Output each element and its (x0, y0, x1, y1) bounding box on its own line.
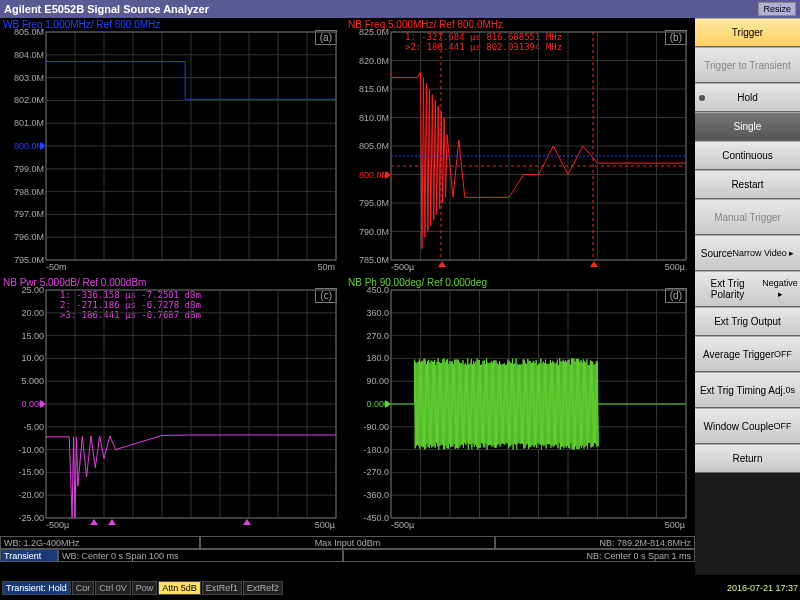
plot-d-ytick-6: -90.00 (347, 422, 389, 432)
plot-c-ytick-7: -10.00 (2, 445, 44, 455)
plot-b-marker-tri-2 (590, 261, 598, 267)
plot-b-ytick-1: 820.0M (347, 56, 389, 66)
app-title: Agilent E5052B Signal Source Analyzer (4, 3, 209, 15)
sidebar-single[interactable]: Single (695, 112, 800, 141)
sidebar-average-trigger[interactable]: Average TriggerOFF (695, 336, 800, 372)
plot-d: NB Ph 90.00deg/ Ref 0.000deg (d) 450.036… (345, 276, 695, 534)
plot-c-marker-tri-2 (108, 519, 116, 525)
plot-c-canvas (0, 276, 345, 534)
status-row-2: Transient WB: Center 0 s Span 100 ms NB:… (0, 549, 695, 562)
plot-a-ytick-4: 801.0M (2, 118, 44, 128)
plot-b-ytick-6: 795.0M (347, 198, 389, 208)
bottom-bar: Transient: HoldCorCtrl 0VPowAttn 5dBExtR… (0, 575, 800, 600)
plot-a-ytick-7: 798.0M (2, 187, 44, 197)
plot-a-ytick-8: 797.0M (2, 209, 44, 219)
plot-a-xright: 50m (317, 262, 335, 272)
bottom-token-6: ExtRef2 (243, 581, 283, 595)
plot-b-ytick-8: 785.0M (347, 255, 389, 265)
resize-button[interactable]: Resize (758, 2, 796, 16)
sidebar-window-couple[interactable]: Window CoupleOFF (695, 408, 800, 444)
plot-c-marker-tri-1 (90, 519, 98, 525)
plot-a-ytick-9: 796.0M (2, 232, 44, 242)
plot-b-xright: 500µ (665, 262, 685, 272)
plot-c-xleft: -500µ (46, 520, 69, 530)
plot-c: NB Pwr 5.000dB/ Ref 0.000dBm (c) 1: -336… (0, 276, 345, 534)
plot-a: WB Freq 1.000MHz/ Ref 800.0MHz (a) 805.0… (0, 18, 345, 276)
plot-d-xright: 500µ (665, 520, 685, 530)
bottom-token-4: Attn 5dB (158, 581, 201, 595)
sidebar-trigger-to-transient: Trigger to Transient (695, 47, 800, 83)
bottom-token-1: Cor (72, 581, 95, 595)
title-bar: Agilent E5052B Signal Source Analyzer Re… (0, 0, 800, 18)
plot-d-ytick-5: 0.000 (347, 399, 389, 409)
plot-a-grid (46, 32, 336, 260)
plot-c-xright: 500µ (315, 520, 335, 530)
bottom-token-3: Pow (132, 581, 158, 595)
plot-d-ytick-9: -360.0 (347, 490, 389, 500)
plot-a-ytick-1: 804.0M (2, 50, 44, 60)
sidebar-continuous[interactable]: Continuous (695, 141, 800, 170)
sidebar-manual-trigger: Manual Trigger (695, 199, 800, 235)
bottom-token-5: ExtRef1 (202, 581, 242, 595)
plot-d-ytick-1: 360.0 (347, 308, 389, 318)
plot-c-ytick-1: 20.00 (2, 308, 44, 318)
plot-b-xleft: -500µ (391, 262, 414, 272)
status-row-1: WB: 1.2G-400MHz Max Input 0dBm NB: 789.2… (0, 536, 695, 549)
plot-c-ytick-2: 15.00 (2, 331, 44, 341)
plot-a-ytick-3: 802.0M (2, 95, 44, 105)
plot-d-ytick-3: 180.0 (347, 353, 389, 363)
status-nb-center: NB: Center 0 s Span 1 ms (343, 549, 695, 562)
plot-b-ytick-0: 825.0M (347, 27, 389, 37)
plot-b-ytick-7: 790.0M (347, 227, 389, 237)
status-nb-range: NB: 789.2M-814.8MHz (495, 536, 695, 549)
sidebar-trigger[interactable]: Trigger (695, 18, 800, 47)
bottom-token-2: Ctrl 0V (95, 581, 131, 595)
sidebar: TriggerTrigger to TransientHoldSingleCon… (695, 18, 800, 575)
plot-c-ytick-0: 25.00 (2, 285, 44, 295)
status-wb-center: WB: Center 0 s Span 100 ms (58, 549, 343, 562)
bottom-token-0: Transient: Hold (2, 581, 71, 595)
plot-a-ytick-10: 795.0M (2, 255, 44, 265)
plot-a-ytick-6: 799.0M (2, 164, 44, 174)
sidebar-source[interactable]: SourceNarrow Video ▸ (695, 235, 800, 271)
plot-d-canvas (345, 276, 695, 534)
plot-c-marker-tri-3 (243, 519, 251, 525)
plot-d-ytick-10: -450.0 (347, 513, 389, 523)
plot-c-grid (46, 290, 336, 518)
plot-d-ytick-7: -180.0 (347, 445, 389, 455)
sidebar-hold[interactable]: Hold (695, 83, 800, 112)
sidebar-ext-trig-polarity[interactable]: Ext Trig PolarityNegative ▸ (695, 271, 800, 307)
plot-c-ytick-10: -25.00 (2, 513, 44, 523)
plot-b-ytick-2: 815.0M (347, 84, 389, 94)
plot-b-grid (391, 32, 686, 260)
plot-b-ytick-5: 800.0M (347, 170, 389, 180)
plot-c-ytick-9: -20.00 (2, 490, 44, 500)
status-wb-range: WB: 1.2G-400MHz (0, 536, 200, 549)
plot-b-canvas (345, 18, 695, 276)
plot-d-xleft: -500µ (391, 520, 414, 530)
plot-a-ytick-5: 800.0M (2, 141, 44, 151)
plot-d-ytick-4: 90.00 (347, 376, 389, 386)
status-max-input: Max Input 0dBm (200, 536, 495, 549)
status-transient: Transient (0, 549, 58, 562)
plot-c-ytick-8: -15.00 (2, 467, 44, 477)
plot-c-ytick-4: 5.000 (2, 376, 44, 386)
plot-b-ytick-4: 805.0M (347, 141, 389, 151)
plot-c-ytick-6: -5.00 (2, 422, 44, 432)
plot-a-xleft: -50m (46, 262, 67, 272)
plot-c-ytick-3: 10.00 (2, 353, 44, 363)
sidebar-restart[interactable]: Restart (695, 170, 800, 199)
plot-a-ytick-2: 803.0M (2, 73, 44, 83)
plot-d-ytick-2: 270.0 (347, 331, 389, 341)
sidebar-ext-trig-output[interactable]: Ext Trig Output (695, 307, 800, 336)
sidebar-return[interactable]: Return (695, 444, 800, 473)
plot-b: NB Freq 5.000MHz/ Ref 800.0MHz (b) 1: -3… (345, 18, 695, 276)
plot-d-ytick-0: 450.0 (347, 285, 389, 295)
plot-a-canvas (0, 18, 345, 276)
sidebar-ext-trig-timing-adj-[interactable]: Ext Trig Timing Adj.0s (695, 372, 800, 408)
plot-b-marker-tri-1 (438, 261, 446, 267)
plot-area: WB Freq 1.000MHz/ Ref 800.0MHz (a) 805.0… (0, 18, 695, 575)
plot-c-ytick-5: 0.000 (2, 399, 44, 409)
bottom-date: 2016-07-21 17:37 (727, 583, 798, 593)
plot-b-ytick-3: 810.0M (347, 113, 389, 123)
